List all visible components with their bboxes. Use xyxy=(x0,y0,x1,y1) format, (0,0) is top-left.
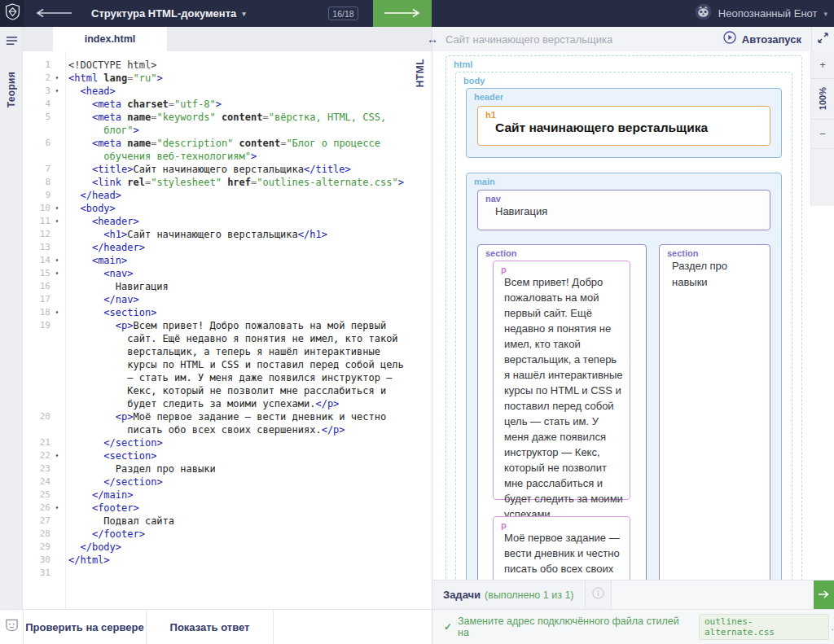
code-row[interactable]: 28 </footer> xyxy=(23,528,432,541)
code-row[interactable]: 7 <title>Сайт начинающего верстальщика</… xyxy=(23,163,432,176)
code-row[interactable]: писать обо всех своих свершениях.</p> xyxy=(23,423,432,436)
code-row[interactable]: 6 <meta name="description" content="Блог… xyxy=(23,137,432,150)
code-row[interactable]: 14▾ <main> xyxy=(23,254,432,267)
zoom-in-button[interactable]: + xyxy=(811,51,834,79)
autorun-toggle[interactable]: Автозапуск xyxy=(713,27,811,51)
code-row[interactable]: 9 </head> xyxy=(23,189,432,202)
pane-splitter-handle[interactable]: ↔ xyxy=(424,27,441,51)
code-text: Кекс, который не позволит мне расслабить… xyxy=(64,385,386,396)
code-row[interactable]: 31 xyxy=(23,567,432,580)
line-number: 20 xyxy=(23,410,50,423)
preview-header-label: header xyxy=(474,92,503,102)
preview-main-box: main nav Навигация section p Всем привет… xyxy=(466,173,782,580)
line-number: 7 xyxy=(23,163,50,176)
code-text: <meta name="keywords" content="вёрстка, … xyxy=(64,112,386,123)
theory-tab[interactable]: Теория xyxy=(6,72,17,107)
next-task-button[interactable] xyxy=(814,580,834,609)
preview-html-label: html xyxy=(454,59,472,69)
mascot-button[interactable] xyxy=(0,610,24,644)
code-row[interactable]: 1<!DOCTYPE html> xyxy=(23,59,432,72)
fold-marker[interactable]: ▾ xyxy=(50,502,64,515)
line-number: 10 xyxy=(23,202,50,215)
tasks-info-button[interactable] xyxy=(586,580,612,609)
code-row[interactable]: курсы по HTML и CSS и поставил перед соб… xyxy=(23,358,432,371)
code-row[interactable]: обучения веб-технологиям"> xyxy=(23,150,432,163)
code-row[interactable]: 4 <meta charset="utf-8"> xyxy=(23,98,432,111)
code-text: Подвал сайта xyxy=(64,515,174,527)
code-row[interactable]: Кекс, который не позволит мне расслабить… xyxy=(23,384,432,397)
code-row[interactable]: 30</html> xyxy=(23,554,432,567)
line-number: 8 xyxy=(23,176,50,189)
code-row[interactable]: 3▾ <head> xyxy=(23,85,432,98)
check-on-server-button[interactable]: Проверить на сервере xyxy=(24,610,147,644)
fold-marker[interactable]: ▾ xyxy=(50,202,64,215)
menu-button[interactable] xyxy=(0,33,23,50)
editor-tab-bar: index.html xyxy=(23,27,432,51)
code-row[interactable]: 26▾ <footer> xyxy=(23,502,432,515)
preview-nav-box: nav Навигация xyxy=(477,190,770,230)
fold-marker[interactable]: ▾ xyxy=(50,267,64,280)
code-row[interactable]: 12 <h1>Сайт начинающего верстальщика</h1… xyxy=(23,228,432,241)
expand-preview-button[interactable] xyxy=(811,27,834,51)
code-row[interactable]: 24 </section> xyxy=(23,475,432,488)
line-number: 27 xyxy=(23,515,50,528)
previous-lesson-button[interactable] xyxy=(24,0,83,27)
code-row[interactable]: 2▾<html lang="ru"> xyxy=(23,72,432,85)
tasks-tab[interactable]: Задачи (выполнено 1 из 1) xyxy=(432,580,586,609)
code-text: </main> xyxy=(64,489,133,501)
code-row[interactable]: — стать им. У меня даже появился инструк… xyxy=(23,371,432,384)
code-row[interactable]: блог"> xyxy=(23,124,432,137)
code-row[interactable]: 29 </body> xyxy=(23,541,432,554)
logo[interactable] xyxy=(0,0,24,27)
user-menu[interactable]: Неопознанный Енот ▾ xyxy=(695,0,827,27)
code-row[interactable]: 5 <meta name="keywords" content="вёрстка… xyxy=(23,111,432,124)
tasks-bar: Задачи (выполнено 1 из 1) xyxy=(432,580,834,609)
zoom-out-button[interactable]: − xyxy=(811,120,834,149)
code-row[interactable]: 27 Подвал сайта xyxy=(23,515,432,528)
fold-marker[interactable]: ▾ xyxy=(50,449,64,462)
fold-marker[interactable]: ▾ xyxy=(50,254,64,267)
code-row[interactable]: 11▾ <header> xyxy=(23,215,432,228)
zoom-level: 100% xyxy=(811,79,834,120)
next-lesson-button[interactable] xyxy=(373,0,432,27)
show-answer-button[interactable]: Показать ответ xyxy=(147,610,274,644)
preview-page-title: Сайт начинающего верстальщика xyxy=(446,33,713,46)
preview-main-label: main xyxy=(474,177,495,186)
code-row[interactable]: 21 </section> xyxy=(23,436,432,449)
code-row[interactable]: 10▾ <body> xyxy=(23,202,432,215)
code-area[interactable]: 1<!DOCTYPE html>2▾<html lang="ru">3▾ <he… xyxy=(23,59,432,580)
code-text: </html> xyxy=(64,554,110,566)
code-row[interactable]: 19 <p>Всем привет! Добро пожаловать на м… xyxy=(23,319,432,332)
code-row[interactable]: 15▾ <nav> xyxy=(23,267,432,280)
play-circle-icon xyxy=(723,31,736,47)
code-row[interactable]: 25 </main> xyxy=(23,488,432,502)
line-number: 13 xyxy=(23,241,50,254)
code-row[interactable]: 20 <p>Моё первое задание — вести дневник… xyxy=(23,410,432,423)
task-hint-period: . xyxy=(832,621,834,633)
code-row[interactable]: 17 </nav> xyxy=(23,293,432,306)
code-row[interactable]: будет следить за моими успехами.</p> xyxy=(23,397,432,410)
preview-header-box: header h1 Сайт начинающего верстальщика xyxy=(466,88,782,158)
code-row[interactable]: 8 <link rel="stylesheet" href="outlines-… xyxy=(23,176,432,189)
preview-body-label: body xyxy=(463,76,485,85)
code-row[interactable]: 13 </header> xyxy=(23,241,432,254)
code-row[interactable]: 23 Раздел про навыки xyxy=(23,462,432,475)
line-number: 11 xyxy=(23,215,50,228)
code-text: <html lang="ru"> xyxy=(64,72,163,84)
fold-marker[interactable]: ▾ xyxy=(50,72,64,85)
fold-marker[interactable]: ▾ xyxy=(50,215,64,228)
code-row[interactable]: 22▾ <section> xyxy=(23,449,432,462)
code-row[interactable]: 16 Навигация xyxy=(23,280,432,293)
lesson-title-text: Структура HTML-документа xyxy=(91,7,236,20)
fold-marker[interactable]: ▾ xyxy=(50,85,64,98)
fold-marker[interactable]: ▾ xyxy=(50,306,64,319)
code-text: писать обо всех своих свершениях.</p> xyxy=(64,424,345,436)
lesson-title-dropdown[interactable]: Структура HTML-документа ▾ xyxy=(91,0,246,27)
tab-index-html[interactable]: index.html xyxy=(53,27,167,51)
code-row[interactable]: верстальщик, а теперь я нашёл интерактив… xyxy=(23,345,432,358)
code-row[interactable]: сайт. Ещё недавно я понятия не имел, кто… xyxy=(23,332,432,345)
line-number: 5 xyxy=(23,111,50,124)
line-number: 21 xyxy=(23,436,50,449)
info-circle-icon xyxy=(592,587,604,602)
code-row[interactable]: 18▾ <section> xyxy=(23,306,432,319)
